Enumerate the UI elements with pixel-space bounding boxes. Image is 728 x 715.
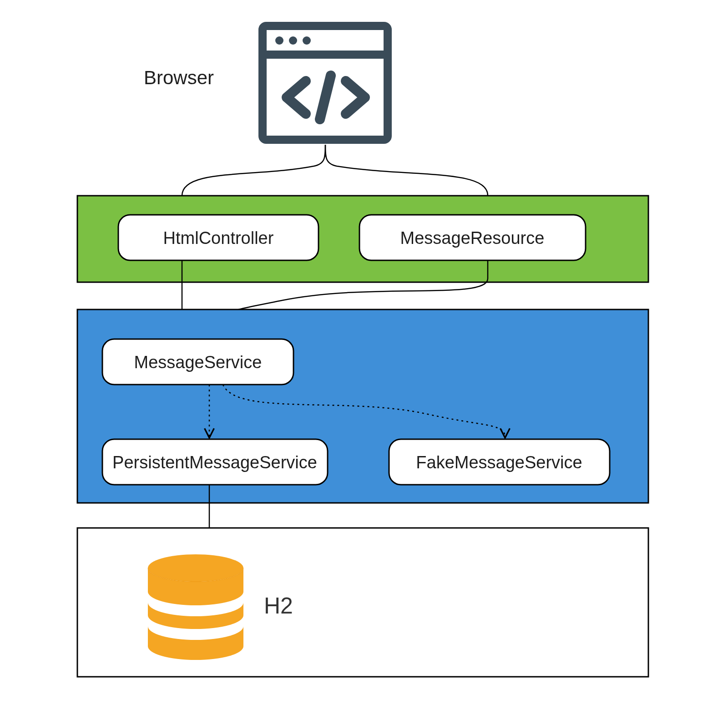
svg-line-5 <box>320 76 331 119</box>
box-fake-message-service: FakeMessageService <box>389 439 610 485</box>
label-message-service: MessageService <box>134 353 262 372</box>
svg-point-3 <box>289 36 297 45</box>
label-html-controller: HtmlController <box>163 228 274 248</box>
box-message-service: MessageService <box>102 339 293 385</box>
label-persistent-message-service: PersistentMessageService <box>112 453 317 472</box>
label-fake-message-service: FakeMessageService <box>416 453 582 472</box>
label-message-resource: MessageResource <box>400 228 545 248</box>
svg-point-2 <box>275 36 283 45</box>
database-icon <box>148 554 243 660</box>
db-label: H2 <box>264 593 293 619</box>
svg-point-4 <box>303 36 311 45</box>
browser-label: Browser <box>144 67 214 88</box>
box-persistent-message-service: PersistentMessageService <box>102 439 328 485</box>
architecture-diagram: Browser HtmlController MessageResource M… <box>0 0 728 715</box>
box-message-resource: MessageResource <box>359 215 586 260</box>
box-html-controller: HtmlController <box>118 215 318 260</box>
browser-code-icon <box>263 26 388 140</box>
